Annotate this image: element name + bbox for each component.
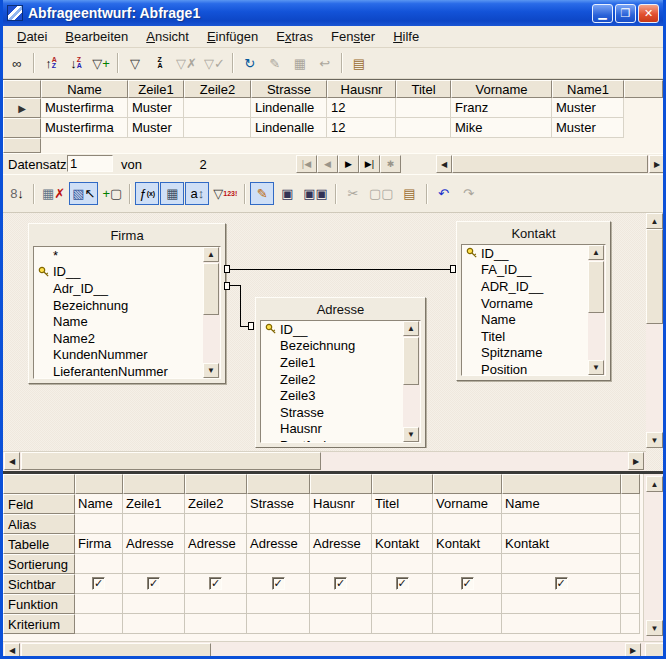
design-grid-cell[interactable] xyxy=(372,514,433,534)
field-item[interactable]: Hausnr xyxy=(261,421,420,438)
design-grid-scroll-up-icon[interactable]: ▲ xyxy=(646,476,663,492)
design-grid-cell[interactable] xyxy=(247,554,310,574)
design-grid-column-header[interactable] xyxy=(75,474,123,494)
design-grid-cell[interactable] xyxy=(621,574,640,594)
grid-cell[interactable] xyxy=(396,118,451,138)
design-grid-cell[interactable] xyxy=(310,594,372,614)
field-item[interactable]: Zeile2 xyxy=(261,371,420,388)
design-grid-cell[interactable]: ✓ xyxy=(185,574,247,594)
field-item[interactable]: Bezeichnung xyxy=(34,297,220,314)
scrollbar-thumb[interactable] xyxy=(203,263,219,315)
design-scroll-left-icon[interactable]: ◀ xyxy=(4,452,20,470)
grid-cell[interactable]: Muster xyxy=(128,98,184,118)
field-item[interactable]: ADR_ID__ xyxy=(462,278,605,295)
first-record-button[interactable]: |◀ xyxy=(296,155,317,173)
column-header-zeile1[interactable]: Zeile1 xyxy=(128,80,184,98)
alias-icon[interactable]: a↕ xyxy=(185,182,209,205)
row-header[interactable] xyxy=(3,118,41,138)
grid-cell[interactable] xyxy=(184,98,251,118)
visible-checkbox[interactable]: ✓ xyxy=(555,577,568,590)
field-item[interactable]: FA_ID__ xyxy=(462,262,605,279)
grid-cell[interactable]: Lindenalle xyxy=(251,98,327,118)
paste-icon[interactable]: ▤ xyxy=(398,182,422,205)
scroll-down-icon[interactable]: ▼ xyxy=(203,363,219,378)
column-header-zeile2[interactable]: Zeile2 xyxy=(184,80,251,98)
autofilter-icon[interactable]: ▽+ xyxy=(89,52,113,75)
grid-cell[interactable] xyxy=(396,98,451,118)
row-label-sortierung[interactable]: Sortierung xyxy=(3,554,75,574)
undo-icon[interactable]: ↶ xyxy=(432,182,456,205)
field-list-scrollbar[interactable]: ▲▼ xyxy=(588,245,605,375)
row-label-kriterium[interactable]: Kriterium xyxy=(3,614,75,634)
design-grid-cell[interactable]: Vorname xyxy=(433,494,502,514)
visible-checkbox[interactable]: ✓ xyxy=(92,577,105,590)
grid-cell[interactable]: Musterfirma xyxy=(41,98,128,118)
menu-bearbeiten[interactable]: Bearbeiten xyxy=(57,27,136,46)
design-scroll-up-icon[interactable]: ▲ xyxy=(646,213,663,229)
find-record-icon[interactable]: ∞ xyxy=(5,52,29,75)
column-header-name1[interactable]: Name1 xyxy=(552,80,624,98)
design-grid-cell[interactable] xyxy=(433,514,502,534)
design-grid-cell[interactable] xyxy=(502,554,621,574)
design-grid-cell[interactable] xyxy=(310,514,372,534)
design-grid-cell[interactable] xyxy=(185,514,247,534)
menu-ansicht[interactable]: Ansicht xyxy=(138,27,197,46)
join-connector[interactable] xyxy=(224,282,230,290)
design-grid-cell[interactable] xyxy=(621,494,640,514)
record-number-input[interactable] xyxy=(67,155,113,172)
join-line-firma-adresse[interactable] xyxy=(240,285,241,327)
design-grid-cell[interactable]: Kontakt xyxy=(372,534,433,554)
field-item[interactable]: Zeile3 xyxy=(261,387,420,404)
design-view-onoff-icon[interactable]: ▧↖ xyxy=(69,182,98,205)
grid-cell[interactable] xyxy=(184,118,251,138)
design-grid-cell[interactable]: Adresse xyxy=(310,534,372,554)
design-grid-cell[interactable]: ✓ xyxy=(372,574,433,594)
scrollbar-thumb[interactable] xyxy=(588,261,604,313)
row-label-feld[interactable]: Feld xyxy=(3,494,75,514)
column-header-strasse[interactable]: Strasse xyxy=(251,80,327,98)
new-record-button[interactable]: ✱ xyxy=(380,155,401,173)
row-label-tabelle[interactable]: Tabelle xyxy=(3,534,75,554)
design-grid-cell[interactable] xyxy=(310,614,372,634)
design-vscrollbar-thumb[interactable] xyxy=(646,229,663,324)
bottom-scroll-left-icon[interactable]: ◀ xyxy=(4,643,20,658)
design-grid-cell[interactable] xyxy=(185,614,247,634)
row-label-sichtbar[interactable]: Sichtbar xyxy=(3,574,75,594)
design-grid-cell[interactable]: ✓ xyxy=(310,574,372,594)
design-grid-cell[interactable]: ✓ xyxy=(247,574,310,594)
design-hscrollbar-thumb[interactable] xyxy=(21,452,321,470)
menu-fenster[interactable]: Fenster xyxy=(323,27,383,46)
design-scroll-down-icon[interactable]: ▼ xyxy=(646,432,663,448)
bottom-scroll-right-icon[interactable]: ▶ xyxy=(625,643,641,658)
grid-cell[interactable]: 12 xyxy=(327,118,396,138)
grid-cell[interactable]: Franz xyxy=(451,98,552,118)
scroll-up-icon[interactable]: ▲ xyxy=(403,321,419,336)
minimize-button[interactable]: ▁ xyxy=(592,4,613,23)
menu-einfgen[interactable]: Einfügen xyxy=(199,27,266,46)
field-item[interactable]: ID__ xyxy=(261,321,420,338)
design-grid-cell[interactable]: Name xyxy=(502,494,621,514)
design-grid-column-header[interactable] xyxy=(310,474,372,494)
design-grid-cell[interactable] xyxy=(433,554,502,574)
design-grid-cell[interactable]: Kontakt xyxy=(502,534,621,554)
field-item[interactable]: Titel xyxy=(462,328,605,345)
design-grid-cell[interactable] xyxy=(310,554,372,574)
scroll-up-icon[interactable]: ▲ xyxy=(588,245,604,260)
design-grid-scroll-down-icon[interactable]: ▼ xyxy=(646,620,663,636)
design-grid-cell[interactable]: Adresse xyxy=(123,534,185,554)
edit-icon[interactable]: ✎ xyxy=(250,182,274,205)
design-grid-cell[interactable]: ✓ xyxy=(75,574,123,594)
scroll-up-icon[interactable]: ▲ xyxy=(203,247,219,262)
design-grid-cell[interactable]: Hausnr xyxy=(310,494,372,514)
field-item[interactable]: Position xyxy=(462,361,605,376)
close-button[interactable]: ✕ xyxy=(638,4,659,23)
sort-ascending-icon[interactable]: ↑AZ xyxy=(39,52,63,75)
design-grid-column-header[interactable] xyxy=(123,474,185,494)
design-grid-cell[interactable] xyxy=(433,594,502,614)
design-grid-cell[interactable] xyxy=(502,514,621,534)
row-label-funktion[interactable]: Funktion xyxy=(3,594,75,614)
field-item[interactable]: ID__ xyxy=(34,264,220,281)
row-label-alias[interactable]: Alias xyxy=(3,514,75,534)
add-table-icon[interactable]: +▢ xyxy=(99,182,125,205)
column-header-hausnr[interactable]: Hausnr xyxy=(327,80,396,98)
